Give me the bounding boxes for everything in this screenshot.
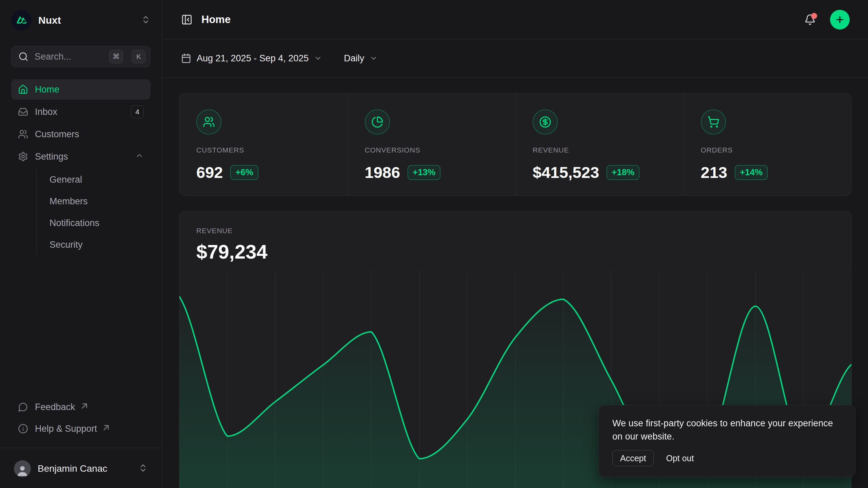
date-range-label: Aug 21, 2025 - Sep 4, 2025	[197, 53, 309, 64]
stat-revenue[interactable]: REVENUE $415,523 +18%	[515, 93, 684, 196]
nuxt-logo-icon	[11, 10, 32, 30]
feedback-label: Feedback	[35, 402, 75, 412]
sidebar-item-general[interactable]: General	[47, 169, 151, 190]
chart-header: REVENUE $79,234	[179, 211, 851, 263]
plus-icon	[835, 15, 845, 25]
sidebar-footer: Feedback Help & Support Benjamin Canac	[11, 398, 151, 480]
sidebar-item-settings[interactable]: Settings	[11, 146, 151, 167]
chevrons-up-down-icon	[138, 463, 148, 474]
stat-label: CUSTOMERS	[196, 146, 331, 154]
sidebar: Nuxt ⌘ K Home Inbox 4 Customers	[0, 0, 162, 488]
stat-value: 213	[701, 163, 727, 182]
kbd-k: K	[132, 50, 145, 63]
calendar-icon	[181, 53, 191, 63]
chevron-down-icon	[370, 54, 378, 62]
sidebar-item-members[interactable]: Members	[47, 191, 151, 211]
cookie-actions: Accept Opt out	[612, 450, 842, 466]
search-box[interactable]: ⌘ K	[11, 46, 151, 67]
user-avatar	[14, 460, 31, 477]
stat-label: REVENUE	[533, 146, 667, 154]
users-icon	[196, 109, 221, 135]
message-circle-icon	[18, 402, 28, 412]
help-support-label: Help & Support	[35, 424, 97, 434]
granularity-select[interactable]: Daily	[344, 53, 378, 64]
opt-out-button[interactable]: Opt out	[666, 453, 694, 463]
chevron-up-icon	[135, 151, 144, 162]
cookie-banner: We use first-party cookies to enhance yo…	[598, 405, 855, 477]
notification-dot	[811, 13, 817, 19]
stat-value: 1986	[365, 163, 400, 182]
circle-dollar-icon	[533, 109, 558, 135]
stat-delta-badge: +18%	[607, 165, 639, 180]
user-menu[interactable]: Benjamin Canac	[11, 458, 151, 480]
sidebar-item-label: Inbox	[35, 107, 57, 117]
collapse-sidebar-button[interactable]	[181, 14, 193, 25]
accept-button[interactable]: Accept	[612, 450, 654, 466]
gear-icon	[18, 151, 28, 162]
search-input[interactable]	[35, 52, 103, 62]
sidebar-item-home[interactable]: Home	[11, 79, 151, 100]
workspace-name: Nuxt	[38, 15, 61, 26]
inbox-icon	[18, 107, 28, 117]
stat-delta-badge: +13%	[408, 165, 440, 180]
sidebar-item-label: Settings	[35, 151, 68, 162]
stat-orders[interactable]: ORDERS 213 +14%	[684, 93, 852, 196]
stat-customers[interactable]: CUSTOMERS 692 +6%	[179, 93, 348, 196]
granularity-label: Daily	[344, 53, 364, 64]
sidebar-item-inbox[interactable]: Inbox 4	[11, 102, 151, 122]
stat-delta-badge: +14%	[735, 165, 768, 180]
stat-value: $415,523	[533, 163, 599, 182]
chevrons-up-down-icon	[141, 15, 151, 26]
sidebar-item-label: Customers	[35, 129, 79, 140]
sidebar-nav: Home Inbox 4 Customers Settings General	[11, 79, 151, 256]
chart-total-value: $79,234	[196, 240, 834, 263]
topbar: Home	[162, 0, 868, 39]
users-icon	[18, 129, 28, 139]
add-button[interactable]	[830, 10, 850, 29]
stat-value: 692	[196, 163, 223, 182]
inbox-count-badge: 4	[131, 105, 144, 118]
panel-left-close-icon	[181, 14, 193, 25]
kbd-meta: ⌘	[109, 50, 123, 63]
chart-title: REVENUE	[196, 227, 834, 235]
stat-delta-badge: +6%	[230, 165, 258, 180]
user-name: Benjamin Canac	[38, 463, 107, 474]
workspace-switcher[interactable]: Nuxt	[11, 9, 151, 32]
sidebar-item-notifications[interactable]: Notifications	[47, 213, 151, 233]
shopping-cart-icon	[701, 109, 726, 135]
info-circle-icon	[18, 424, 28, 434]
home-icon	[18, 84, 28, 95]
search-icon	[18, 52, 28, 62]
sidebar-item-security[interactable]: Security	[47, 235, 151, 255]
feedback-link[interactable]: Feedback	[11, 398, 151, 416]
page-title: Home	[201, 14, 231, 26]
topbar-actions	[804, 10, 850, 29]
notifications-button[interactable]	[804, 14, 816, 25]
chevron-down-icon	[314, 54, 322, 62]
pie-chart-icon	[365, 109, 390, 135]
stats-card: CUSTOMERS 692 +6% CONVERSIONS 1986 +13%	[179, 93, 852, 196]
date-range-picker[interactable]: Aug 21, 2025 - Sep 4, 2025	[181, 53, 322, 64]
sidebar-item-customers[interactable]: Customers	[11, 124, 151, 144]
external-link-icon	[79, 401, 90, 411]
help-support-link[interactable]: Help & Support	[11, 419, 151, 438]
stat-label: ORDERS	[701, 146, 835, 154]
divider	[0, 448, 162, 448]
external-link-icon	[101, 423, 111, 433]
filter-toolbar: Aug 21, 2025 - Sep 4, 2025 Daily	[162, 39, 868, 78]
sidebar-item-label: Home	[35, 84, 59, 95]
stat-label: CONVERSIONS	[365, 146, 499, 154]
cookie-message: We use first-party cookies to enhance yo…	[612, 417, 842, 443]
settings-subnav: General Members Notifications Security	[36, 169, 151, 255]
stat-conversions[interactable]: CONVERSIONS 1986 +13%	[348, 93, 516, 196]
